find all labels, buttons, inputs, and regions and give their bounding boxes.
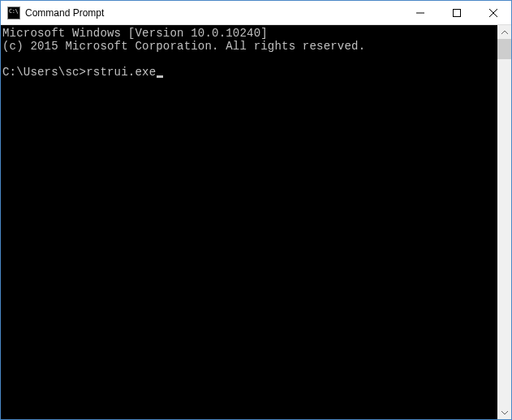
maximize-icon <box>453 9 461 17</box>
scroll-up-button[interactable] <box>497 25 511 39</box>
cmd-icon <box>7 6 20 19</box>
output-line: (c) 2015 Microsoft Corporation. All righ… <box>2 40 497 53</box>
vertical-scrollbar[interactable] <box>497 25 511 419</box>
scroll-down-button[interactable] <box>497 405 511 419</box>
minimize-icon <box>416 9 424 17</box>
output-line: Microsoft Windows [Version 10.0.10240] <box>2 27 497 40</box>
scrollbar-track[interactable] <box>497 39 511 405</box>
output-blank <box>2 53 497 66</box>
command-input: rstrui.exe <box>86 66 156 79</box>
svg-rect-1 <box>453 9 460 16</box>
maximize-button[interactable] <box>438 1 475 24</box>
minimize-button[interactable] <box>402 1 438 24</box>
scrollbar-thumb[interactable] <box>497 39 511 59</box>
command-prompt-window: Command Prompt Microsoft Windows [Versio <box>0 0 512 420</box>
console-output[interactable]: Microsoft Windows [Version 10.0.10240](c… <box>1 25 497 419</box>
window-title: Command Prompt <box>25 7 402 19</box>
console-area: Microsoft Windows [Version 10.0.10240](c… <box>1 25 511 419</box>
chevron-down-icon <box>501 409 508 416</box>
prompt-line: C:\Users\sc>rstrui.exe <box>2 66 497 79</box>
prompt-text: C:\Users\sc> <box>2 66 86 79</box>
close-button[interactable] <box>475 1 511 24</box>
chevron-up-icon <box>501 29 508 36</box>
window-controls <box>402 1 511 24</box>
titlebar[interactable]: Command Prompt <box>1 1 511 25</box>
cursor-icon <box>157 75 163 78</box>
close-icon <box>489 9 497 17</box>
